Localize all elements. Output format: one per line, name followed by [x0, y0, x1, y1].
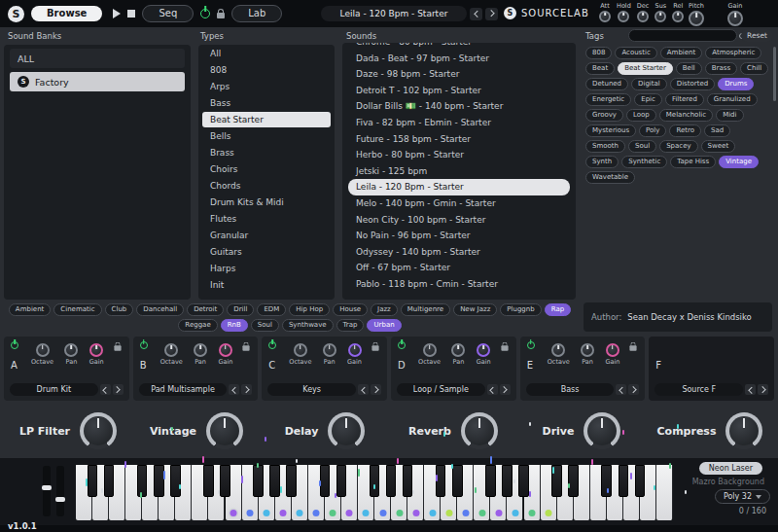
- pan-knob[interactable]: [64, 343, 78, 357]
- black-key[interactable]: [170, 465, 181, 497]
- genre-chip[interactable]: Drill: [227, 303, 254, 316]
- genre-chip[interactable]: Detroit: [187, 303, 224, 316]
- sound-item[interactable]: Melo - 140 bpm - Gmin - Starter: [348, 195, 570, 212]
- gain-knob[interactable]: [606, 343, 619, 357]
- genre-chip[interactable]: Reggae: [178, 319, 217, 332]
- fx-knob[interactable]: [461, 412, 498, 449]
- genre-chip[interactable]: New Jazz: [453, 303, 497, 316]
- env-knob[interactable]: [654, 11, 666, 22]
- genre-chip[interactable]: Club: [105, 303, 134, 316]
- tag-chip[interactable]: Retro: [669, 124, 701, 137]
- black-key[interactable]: [403, 465, 413, 497]
- env-knob[interactable]: [672, 11, 684, 22]
- type-item[interactable]: Guitars: [202, 244, 331, 261]
- sound-item[interactable]: Daze - 98 bpm - Starter: [348, 66, 570, 83]
- type-item[interactable]: Bells: [202, 128, 331, 145]
- tag-chip[interactable]: Digital: [631, 78, 667, 90]
- fx-knob[interactable]: [584, 412, 620, 449]
- tag-chip[interactable]: Epic: [634, 93, 662, 106]
- tag-chip[interactable]: Detuned: [585, 78, 628, 90]
- tag-chip[interactable]: Soul: [628, 140, 656, 153]
- tag-chip[interactable]: Granulized: [707, 93, 758, 106]
- mod-wheel[interactable]: [56, 466, 64, 516]
- pitch-wheel[interactable]: [43, 466, 51, 516]
- white-key[interactable]: [656, 465, 673, 520]
- strip-lock-icon[interactable]: [114, 345, 121, 350]
- sound-item[interactable]: Leila - 120 Bpm - Starter: [348, 179, 570, 195]
- tag-chip[interactable]: Drums: [718, 78, 754, 90]
- genre-chip[interactable]: Ambient: [9, 303, 51, 316]
- strip-power-icon[interactable]: [268, 341, 276, 349]
- tag-chip[interactable]: Beat: [585, 62, 615, 75]
- type-item[interactable]: Choirs: [202, 161, 331, 178]
- strip-source-name[interactable]: Keys: [267, 383, 356, 396]
- sound-bank-item[interactable]: ALL: [10, 49, 185, 68]
- browse-button[interactable]: Browse: [31, 6, 102, 21]
- env-knob[interactable]: [618, 11, 629, 22]
- pan-knob[interactable]: [581, 343, 594, 357]
- strip-source-name[interactable]: Pad Multisample: [139, 383, 228, 396]
- tag-chip[interactable]: Poly: [639, 124, 666, 137]
- genre-chip[interactable]: Soul: [251, 319, 279, 332]
- tag-chip[interactable]: Acoustic: [615, 47, 656, 59]
- genre-chip[interactable]: Jazz: [371, 303, 398, 316]
- lab-button[interactable]: Lab: [231, 5, 282, 22]
- sound-item[interactable]: Dollar Bills 💵 - 140 bpm - Starter: [348, 98, 570, 115]
- black-key[interactable]: [154, 465, 164, 497]
- strip-prev-button[interactable]: [229, 384, 239, 395]
- strip-next-button[interactable]: [758, 384, 768, 395]
- type-item[interactable]: Init: [202, 277, 331, 294]
- seq-button[interactable]: Seq: [142, 5, 194, 22]
- type-item[interactable]: Arps: [202, 79, 331, 95]
- genre-chip[interactable]: Synthwave: [282, 319, 334, 332]
- strip-lock-icon[interactable]: [371, 345, 378, 350]
- type-item[interactable]: Chords: [202, 178, 331, 195]
- tag-chip[interactable]: Melancholic: [659, 109, 713, 122]
- tag-chip[interactable]: Smooth: [585, 140, 625, 153]
- preset-name[interactable]: Leila - 120 Bpm - Starter: [321, 6, 467, 21]
- black-key[interactable]: [286, 465, 297, 497]
- pan-knob[interactable]: [451, 343, 465, 357]
- gain-knob[interactable]: [348, 343, 362, 357]
- strip-prev-button[interactable]: [745, 384, 756, 395]
- type-item[interactable]: Bass: [202, 95, 331, 112]
- genre-chip[interactable]: Pluggnb: [500, 303, 541, 316]
- stop-icon[interactable]: [127, 10, 135, 18]
- strip-source-name[interactable]: Source F: [654, 383, 743, 396]
- strip-source-name[interactable]: Bass: [526, 383, 615, 396]
- black-key[interactable]: [485, 465, 496, 497]
- black-key[interactable]: [370, 465, 380, 497]
- genre-chip[interactable]: RnB: [221, 319, 248, 332]
- tag-search-input[interactable]: [629, 31, 739, 40]
- octave-knob[interactable]: [423, 343, 437, 357]
- octave-knob[interactable]: [551, 343, 565, 357]
- strip-power-icon[interactable]: [527, 341, 535, 349]
- genre-chip[interactable]: Cinematic: [53, 303, 101, 316]
- type-item[interactable]: Brass: [202, 145, 331, 161]
- strip-source-name[interactable]: Drum Kit: [10, 383, 98, 396]
- pan-knob[interactable]: [194, 343, 207, 357]
- tag-chip[interactable]: Brass: [705, 62, 737, 75]
- master-gain-knob[interactable]: [727, 11, 743, 26]
- black-key[interactable]: [336, 465, 347, 497]
- sound-item[interactable]: Detroit T - 102 bpm - Starter: [348, 83, 570, 99]
- pitch-knob[interactable]: [689, 11, 704, 26]
- sound-item[interactable]: Chrome - 80 bpm - Starter: [348, 43, 570, 51]
- tag-chip[interactable]: Midi: [716, 109, 743, 122]
- black-key[interactable]: [137, 465, 148, 497]
- tag-chip[interactable]: Synth: [585, 156, 619, 168]
- power-icon[interactable]: [200, 9, 210, 18]
- strip-next-button[interactable]: [500, 384, 511, 395]
- sound-item[interactable]: Pablo - 118 bpm - Cmin - Starter: [348, 276, 570, 293]
- preset-prev-button[interactable]: [470, 8, 482, 20]
- type-item[interactable]: All: [202, 46, 331, 62]
- strip-next-button[interactable]: [628, 384, 639, 395]
- sound-bank-item[interactable]: S Factory: [10, 72, 185, 91]
- type-item[interactable]: 808: [202, 62, 331, 79]
- strip-lock-icon[interactable]: [630, 345, 637, 350]
- black-key[interactable]: [502, 465, 513, 497]
- black-key[interactable]: [436, 465, 446, 497]
- tag-chip[interactable]: Sweet: [701, 140, 736, 153]
- play-icon[interactable]: [113, 9, 121, 18]
- black-key[interactable]: [619, 465, 629, 497]
